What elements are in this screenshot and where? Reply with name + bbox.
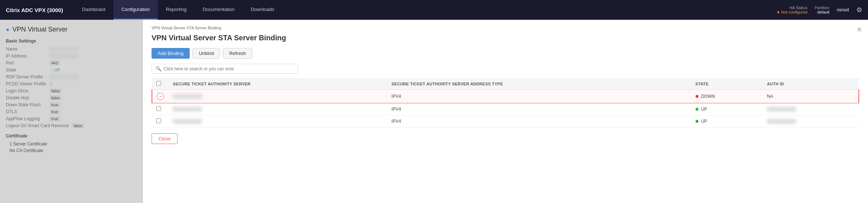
partition-label: Partition — [815, 5, 829, 10]
tab-configuration[interactable]: Configuration — [113, 0, 158, 20]
ha-status-value: ★ Not configured — [776, 10, 808, 15]
content-area: ✕ VPN Virtual Server STA Server Binding … — [143, 20, 868, 203]
row1-state-value: DOWN — [701, 94, 715, 99]
field-value-down-state: true — [49, 102, 60, 107]
row1-address-type: IPV4 — [387, 90, 691, 103]
field-rdp: RDP Server Profile — [6, 74, 137, 80]
field-label-port: Port — [6, 60, 46, 66]
partition-value: default — [817, 10, 830, 14]
search-icon: 🔍 — [156, 66, 161, 71]
row3-checkbox-cell[interactable] — [152, 115, 168, 128]
top-bar: Citrix ADC VPX (3000) Dashboard Configur… — [0, 0, 868, 20]
row2-checkbox-cell[interactable] — [152, 103, 168, 115]
row2-checkbox[interactable] — [156, 106, 161, 111]
main-layout: ● VPN Virtual Server Basic Settings Name… — [0, 20, 868, 203]
col-header-auth-id: AUTH ID — [763, 78, 859, 90]
row3-status-dot — [696, 120, 699, 123]
search-input[interactable] — [164, 66, 294, 71]
field-double-hop: Double Hop false — [6, 95, 137, 100]
field-name: Name — [6, 47, 137, 52]
row3-auth-id — [763, 115, 859, 128]
row1-auth-id: NA — [763, 90, 859, 103]
table-row: IPV4 UP — [152, 103, 859, 115]
field-value-pcsd — [49, 81, 53, 86]
table-row: − IPV4 DOWN NA — [152, 90, 859, 103]
ha-status-label: HA Status — [789, 5, 807, 10]
main-nav: Dashboard Configuration Reporting Docume… — [74, 0, 282, 20]
field-value-name — [49, 47, 78, 52]
field-value-login-once: false — [49, 88, 62, 93]
row3-checkbox[interactable] — [156, 118, 161, 123]
ha-status: HA Status ★ Not configured — [776, 5, 808, 15]
row1-action[interactable]: − — [152, 90, 168, 103]
row3-sta-server-value — [173, 119, 202, 124]
close-button[interactable]: Close — [152, 133, 178, 144]
col-header-address-type: SECURE TICKET AUTHORITY SERVER ADDRESS T… — [387, 78, 691, 90]
row2-state-value: UP — [701, 107, 707, 112]
field-value-port: 443 — [49, 60, 60, 66]
row3-auth-id-value — [767, 119, 796, 124]
row1-remove-button[interactable]: − — [157, 93, 164, 100]
user-info[interactable]: nsroot — [837, 7, 849, 12]
field-ip: IP Address — [6, 53, 137, 59]
row2-state: UP — [691, 103, 763, 115]
field-label-dtls: DTLS — [6, 109, 46, 114]
row2-auth-id — [763, 103, 859, 115]
field-label-login-once: Login Once — [6, 88, 46, 93]
col-header-sta-server: SECURE TICKET AUTHORITY SERVER — [168, 78, 387, 90]
field-value-state: ↑ UP — [49, 67, 62, 73]
field-label-appflow: AppFlow Logging — [6, 116, 46, 121]
col-header-state: STATE — [691, 78, 763, 90]
tab-documentation[interactable]: Documentation — [194, 0, 242, 20]
app-brand: Citrix ADC VPX (3000) — [6, 7, 63, 13]
row2-sta-server-value — [173, 107, 202, 112]
field-value-ip — [49, 53, 78, 59]
data-table: SECURE TICKET AUTHORITY SERVER SECURE TI… — [152, 78, 859, 128]
field-down-state: Down State Flush true — [6, 102, 137, 107]
field-label-logout-smart: Logout On Smart Card Removal — [6, 123, 68, 128]
add-binding-button[interactable]: Add Binding — [152, 48, 190, 59]
cert-item-ca: No CA Certificate — [6, 148, 137, 153]
vpn-icon: ● — [6, 26, 10, 33]
tab-downloads[interactable]: Downloads — [243, 0, 282, 20]
tab-dashboard[interactable]: Dashboard — [74, 0, 113, 20]
field-value-double-hop: false — [49, 95, 62, 100]
cert-section-title: Certificate — [6, 133, 137, 139]
field-label-down-state: Down State Flush — [6, 102, 46, 107]
row3-state-value: UP — [701, 119, 707, 124]
field-label-rdp: RDP Server Profile — [6, 74, 46, 80]
field-label-name: Name — [6, 47, 46, 52]
select-all-checkbox[interactable] — [156, 81, 161, 86]
row3-address-type: IPV4 — [387, 115, 691, 128]
sidebar: ● VPN Virtual Server Basic Settings Name… — [0, 20, 143, 203]
row1-status-dot — [696, 95, 699, 98]
search-bar[interactable]: 🔍 — [152, 64, 298, 74]
panel-close-button[interactable]: ✕ — [857, 26, 862, 34]
row3-sta-server — [168, 115, 387, 128]
field-label-double-hop: Double Hop — [6, 95, 46, 100]
dialog-panel: ✕ VPN Virtual Server STA Server Binding … — [143, 20, 868, 203]
dialog-title: VPN Virtual Server STA Server Binding — [152, 34, 859, 42]
field-label-ip: IP Address — [6, 53, 46, 59]
row2-sta-server — [168, 103, 387, 115]
field-logout-smart: Logout On Smart Card Removal false — [6, 123, 137, 128]
toolbar: Add Binding Unbind Refresh — [152, 48, 859, 59]
certificate-section: Certificate 1 Server Certificate No CA C… — [6, 133, 137, 153]
partition-info[interactable]: Partition default — [815, 5, 829, 14]
col-header-checkbox — [152, 78, 168, 90]
basic-settings-heading: Basic Settings — [6, 38, 137, 44]
field-value-logout-smart: false — [71, 123, 84, 128]
gear-icon[interactable]: ⚙ — [856, 6, 862, 14]
field-dtls: DTLS true — [6, 109, 137, 114]
sidebar-title: ● VPN Virtual Server — [6, 26, 137, 33]
sidebar-title-text: VPN Virtual Server — [12, 26, 68, 33]
field-value-dtls: true — [49, 109, 60, 114]
unbind-button[interactable]: Unbind — [193, 48, 220, 59]
top-bar-right: HA Status ★ Not configured Partition def… — [776, 5, 862, 15]
field-pcsd: PCSD Viewer Profile — [6, 81, 137, 86]
table-row: IPV4 UP — [152, 115, 859, 128]
tab-reporting[interactable]: Reporting — [158, 0, 194, 20]
refresh-button[interactable]: Refresh — [223, 48, 252, 59]
row2-auth-id-value — [767, 107, 796, 112]
field-appflow: AppFlow Logging true — [6, 116, 137, 121]
